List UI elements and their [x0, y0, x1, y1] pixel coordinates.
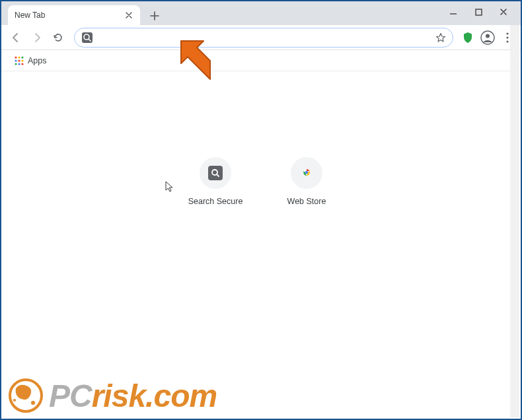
- svg-point-6: [506, 36, 508, 38]
- profile-button[interactable]: [478, 28, 497, 47]
- minimize-button[interactable]: [447, 5, 460, 18]
- svg-point-4: [486, 34, 490, 38]
- bookmarks-bar: Apps: [1, 50, 521, 71]
- shortcut-circle: [291, 157, 322, 189]
- extension-shield-icon[interactable]: [460, 30, 476, 46]
- svg-point-21: [31, 401, 35, 405]
- shortcut-web-store[interactable]: Web Store: [277, 157, 336, 206]
- svg-point-12: [18, 59, 20, 61]
- content-area: Search Secure Web Store: [1, 71, 521, 419]
- window-controls: [447, 1, 521, 18]
- watermark-text-rest: risk.com: [92, 378, 217, 413]
- shortcut-search-secure[interactable]: Search Secure: [186, 157, 245, 206]
- svg-rect-0: [476, 9, 482, 15]
- shortcut-label: Search Secure: [188, 197, 243, 206]
- new-tab-button[interactable]: [145, 7, 164, 25]
- svg-point-10: [21, 56, 23, 58]
- search-shield-icon: [208, 166, 223, 180]
- svg-point-9: [18, 56, 20, 58]
- watermark-text-pc: PC: [49, 378, 92, 413]
- pcrisk-watermark: PCrisk.com: [7, 376, 217, 415]
- forward-button[interactable]: [28, 28, 46, 47]
- close-window-button[interactable]: [497, 5, 510, 18]
- shortcut-circle: [200, 157, 231, 189]
- tab-strip: New Tab: [1, 1, 164, 25]
- apps-bookmark[interactable]: Apps: [11, 53, 51, 68]
- toolbar: [1, 25, 521, 50]
- maximize-button[interactable]: [472, 5, 485, 18]
- apps-grid-icon: [15, 56, 24, 65]
- chrome-store-icon: [300, 166, 313, 180]
- tab-close-button[interactable]: [124, 11, 133, 20]
- back-button[interactable]: [7, 28, 25, 47]
- svg-point-19: [305, 171, 308, 174]
- window-chrome: New Tab: [1, 1, 521, 25]
- svg-point-8: [15, 56, 17, 58]
- vertical-scrollbar[interactable]: [510, 25, 519, 417]
- svg-point-15: [18, 63, 20, 65]
- url-input[interactable]: [97, 28, 435, 47]
- svg-point-7: [506, 40, 508, 42]
- shortcut-label: Web Store: [287, 197, 326, 206]
- tab-title: New Tab: [15, 11, 119, 20]
- svg-point-13: [21, 59, 23, 61]
- apps-bookmark-label: Apps: [28, 56, 47, 65]
- svg-point-11: [15, 59, 17, 61]
- bookmark-star-button[interactable]: [435, 32, 446, 43]
- address-bar[interactable]: [74, 28, 453, 48]
- browser-tab[interactable]: New Tab: [8, 5, 140, 25]
- shortcuts-row: Search Secure Web Store: [186, 157, 336, 206]
- svg-point-5: [506, 32, 508, 34]
- svg-point-14: [15, 63, 17, 65]
- watermark-globe-icon: [7, 376, 45, 415]
- mouse-cursor-icon: [165, 181, 174, 193]
- reload-button[interactable]: [49, 28, 67, 47]
- search-engine-icon: [81, 32, 93, 44]
- svg-point-16: [21, 63, 23, 65]
- annotation-arrow-icon: [172, 30, 219, 88]
- svg-point-22: [13, 399, 16, 402]
